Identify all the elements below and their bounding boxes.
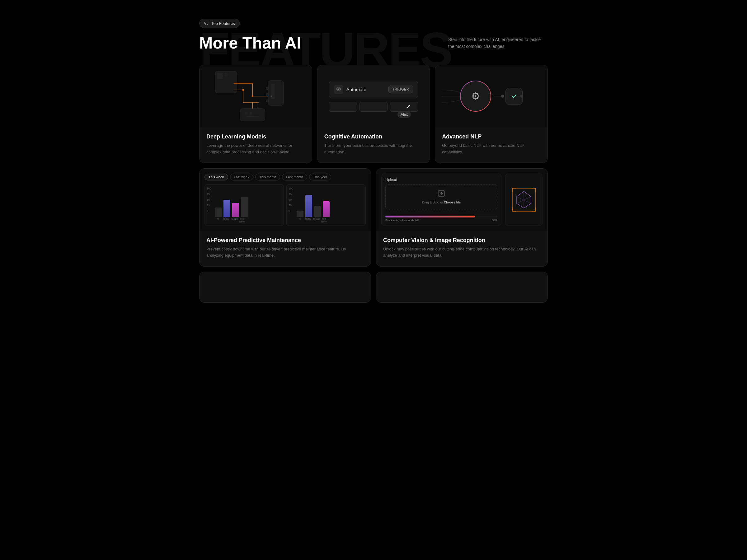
card-desc-cog: Transform your business processes with c… (324, 142, 423, 156)
card-predictive-maintenance: This week Last week This month Last mont… (199, 168, 371, 267)
svg-point-4 (242, 89, 244, 91)
charts-row: 1007550250 % Today Target This w (205, 184, 366, 226)
automate-label: Automate (346, 87, 385, 92)
nlp-visual: ⚙ (435, 65, 547, 127)
svg-rect-1 (216, 73, 223, 79)
cv-image-box (505, 174, 542, 226)
upload-box: Upload Drag & Drop or Choose file (381, 174, 501, 226)
cursor-indicator: ↗ Alex (397, 103, 411, 118)
mini-bar-1 (329, 102, 357, 112)
predictive-visual: This week Last week This month Last mont… (200, 169, 371, 231)
card-desc-nlp: Go beyond basic NLP with our advanced NL… (442, 142, 541, 156)
cursor-arrow-icon: ↗ (406, 103, 411, 110)
tab-this-week[interactable]: This week (205, 174, 228, 181)
trigger-button[interactable]: TRIGGER (388, 85, 413, 93)
drop-text: Drag & Drop or Choose file (422, 201, 461, 204)
badge-label: Top Features (211, 21, 235, 26)
cv-visual: Upload Drag & Drop or Choose file (376, 169, 547, 231)
main-heading: More Than AI (199, 34, 301, 52)
upload-icon (438, 190, 445, 199)
card-title-cog: Cognitive Automation (324, 133, 423, 140)
svg-point-16 (520, 95, 523, 98)
card-title-dl: Deep Learning Models (206, 133, 305, 140)
card-desc-pred: Prevent costly downtime with our AI-driv… (206, 246, 364, 259)
bar-r3 (314, 206, 321, 217)
x-labels-left: % Today Target This week (207, 217, 281, 223)
top-cards-grid: Deep Learning Models Leverage the power … (199, 65, 548, 163)
top-features-badge[interactable]: Top Features (199, 19, 240, 28)
cursor-name-label: Alex (397, 111, 411, 118)
predictive-content: AI-Powered Predictive Maintenance Preven… (200, 231, 371, 267)
svg-rect-5 (268, 81, 284, 105)
bar-r1 (297, 211, 304, 217)
choose-file-link[interactable]: Choose file (444, 201, 461, 204)
stub-card-1 (199, 272, 371, 303)
tab-this-year[interactable]: This year (309, 174, 331, 181)
progress-text: Processing · 4 seconds left (385, 219, 419, 222)
card-title-pred: AI-Powered Predictive Maintenance (206, 237, 364, 244)
bar-r4 (323, 201, 330, 217)
cognitive-content: Cognitive Automation Transform your busi… (317, 127, 430, 163)
card-deep-learning: Deep Learning Models Leverage the power … (199, 65, 312, 163)
tab-this-month[interactable]: This month (255, 174, 280, 181)
y-labels-left: 1007550250 (207, 187, 211, 212)
x-label-today-r: Today (305, 217, 311, 223)
card-desc-cv: Unlock new possibilities with our cuttin… (383, 246, 541, 259)
svg-point-9 (266, 100, 268, 102)
nlp-content: Advanced NLP Go beyond basic NLP with ou… (435, 127, 547, 163)
chart-tabs[interactable]: This week Last week This month Last mont… (205, 174, 366, 181)
card-title-cv: Computer Vision & Image Recognition (383, 237, 541, 244)
svg-point-3 (252, 95, 253, 97)
svg-point-12 (249, 112, 252, 115)
svg-point-7 (266, 87, 268, 89)
svg-point-14 (258, 102, 259, 103)
automate-bar: Automate TRIGGER (329, 81, 419, 98)
cognitive-visual: Automate TRIGGER ↗ Alex (317, 65, 430, 127)
chart-left: 1007550250 % Today Target This w (205, 184, 284, 226)
footer-cards-grid (199, 272, 548, 303)
mini-bar-2 (360, 102, 388, 112)
upload-title: Upload (385, 178, 497, 182)
x-label-week: This week (239, 217, 245, 223)
x-label-today: Today (223, 217, 229, 223)
y-labels-right: 1007550250 (288, 187, 293, 212)
tab-last-week[interactable]: Last week (230, 174, 254, 181)
hero-area: FEATURES More Than AI Step into the futu… (199, 34, 548, 52)
drop-zone[interactable]: Drag & Drop or Choose file (385, 185, 497, 209)
bar-2 (224, 200, 230, 217)
svg-point-13 (271, 96, 272, 97)
svg-point-11 (244, 112, 248, 115)
svg-point-8 (266, 93, 268, 96)
tab-last-month[interactable]: Last month (282, 174, 307, 181)
card-desc-dl: Leverage the power of deep neural networ… (206, 142, 305, 156)
bar-3 (232, 203, 239, 217)
svg-rect-10 (240, 109, 265, 121)
bar-1 (215, 208, 222, 217)
bottom-cards-grid: This week Last week This month Last mont… (199, 168, 548, 267)
x-label-pct: % (215, 217, 221, 223)
bar-4 (241, 196, 248, 217)
bar-r2 (305, 195, 312, 217)
x-label-target: Target (231, 217, 237, 223)
progress-fill (385, 216, 475, 217)
x-label-week-r: This week (321, 217, 327, 223)
nlp-connector (494, 96, 503, 97)
svg-rect-15 (337, 88, 340, 90)
x-label-target-r: Target (313, 217, 319, 223)
chart-right: 1007550250 % Today Target This w (286, 184, 366, 226)
card-title-nlp: Advanced NLP (442, 133, 541, 140)
hero-description: Step into the future with AI, engineered… (448, 34, 548, 50)
x-label-pct-r: % (297, 217, 303, 223)
nlp-circle: ⚙ (460, 81, 491, 112)
card-cognitive-automation: Automate TRIGGER ↗ Alex Cognitive Automa… (317, 65, 430, 163)
deep-learning-content: Deep Learning Models Leverage the power … (200, 127, 312, 163)
stub-card-2 (376, 272, 548, 303)
card-computer-vision: Upload Drag & Drop or Choose file (376, 168, 548, 267)
svg-rect-6 (271, 84, 275, 99)
progress-bar (385, 216, 497, 217)
svg-rect-2 (225, 73, 228, 77)
card-advanced-nlp: ⚙ Advanced NLP Go beyond basic NLP with … (435, 65, 548, 163)
x-labels-right: % Today Target This week (289, 217, 363, 223)
progress-labels: Processing · 4 seconds left 80% (385, 219, 497, 222)
automate-icon (334, 85, 343, 94)
